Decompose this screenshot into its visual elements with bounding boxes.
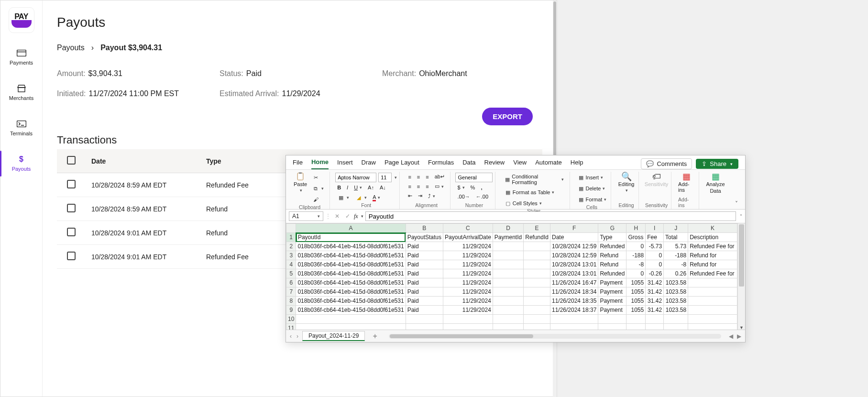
- expand-formula-bar-button[interactable]: ˅: [738, 214, 742, 219]
- cell-K2[interactable]: Refunded Fee for: [688, 242, 737, 251]
- cell-E2[interactable]: [524, 242, 550, 251]
- grid-horizontal-scrollbar[interactable]: [389, 334, 721, 339]
- cell-G3[interactable]: Refund: [598, 251, 626, 260]
- excel-tab-review[interactable]: Review: [484, 159, 505, 169]
- cell-E6[interactable]: [524, 278, 550, 287]
- align-middle-button[interactable]: ≡: [415, 173, 422, 181]
- fx-icon[interactable]: fx: [354, 213, 358, 220]
- cell-G8[interactable]: Payment: [598, 297, 626, 306]
- sidebar-item-terminals[interactable]: Terminals: [0, 117, 43, 139]
- font-color-button[interactable]: A▾: [371, 193, 382, 202]
- col-header-G[interactable]: G: [598, 224, 626, 233]
- add-sheet-button[interactable]: +: [369, 332, 381, 341]
- cell-F11[interactable]: [550, 324, 598, 330]
- cell-C6[interactable]: 11/29/2024: [443, 278, 493, 287]
- sidebar-item-payments[interactable]: Payments: [0, 46, 43, 68]
- cell-B5[interactable]: Paid: [406, 269, 443, 278]
- col-header-F[interactable]: F: [550, 224, 598, 233]
- cell-A9[interactable]: 018b036f-cb64-41eb-415d-08dd0f61e531: [296, 306, 406, 315]
- align-bottom-button[interactable]: ≡: [424, 173, 430, 181]
- cell-B4[interactable]: Paid: [406, 260, 443, 269]
- number-format-select[interactable]: [455, 173, 493, 182]
- col-header-C[interactable]: C: [443, 224, 493, 233]
- excel-tab-automate[interactable]: Automate: [535, 159, 562, 169]
- align-top-button[interactable]: ≡: [406, 173, 413, 181]
- cell-K9[interactable]: [688, 306, 737, 315]
- col-header-E[interactable]: E: [524, 224, 550, 233]
- cell-H9[interactable]: 1055: [626, 306, 646, 315]
- cell-J5[interactable]: 0.26: [664, 269, 688, 278]
- cell-I1[interactable]: Fee: [646, 233, 664, 242]
- font-size-select[interactable]: [378, 173, 392, 182]
- delete-cells-button[interactable]: ▦Delete▾: [575, 184, 607, 193]
- cell-F5[interactable]: 10/28/2024 13:01: [550, 269, 598, 278]
- scroll-right-icon[interactable]: ▶: [737, 333, 741, 340]
- currency-button[interactable]: $▾: [455, 184, 466, 191]
- cell-K1[interactable]: Description: [688, 233, 737, 242]
- cell-F1[interactable]: Date: [550, 233, 598, 242]
- sidebar-item-merchants[interactable]: Merchants: [0, 82, 43, 104]
- excel-tab-insert[interactable]: Insert: [337, 159, 353, 169]
- cell-K11[interactable]: [688, 324, 737, 330]
- borders-button[interactable]: ▦▾: [335, 193, 351, 202]
- italic-button[interactable]: I: [345, 184, 350, 191]
- cell-B8[interactable]: Paid: [406, 297, 443, 306]
- cell-B9[interactable]: Paid: [406, 306, 443, 315]
- scroll-down-icon[interactable]: ▼: [738, 325, 745, 330]
- row-header-1[interactable]: 1: [286, 233, 296, 242]
- increase-font-button[interactable]: A↑: [366, 184, 376, 191]
- cell-D9[interactable]: [493, 306, 523, 315]
- checkbox-icon[interactable]: [67, 180, 76, 188]
- cell-J6[interactable]: 1023.58: [664, 278, 688, 287]
- excel-tab-draw[interactable]: Draw: [362, 159, 376, 169]
- cell-C7[interactable]: 11/29/2024: [443, 287, 493, 297]
- cell-C3[interactable]: 11/29/2024: [443, 251, 493, 260]
- excel-tab-view[interactable]: View: [513, 159, 527, 169]
- cancel-formula-button[interactable]: ✕: [333, 213, 341, 220]
- align-left-button[interactable]: ≡: [406, 183, 413, 190]
- cell-I4[interactable]: 0: [646, 260, 664, 269]
- cell-I2[interactable]: -5.73: [646, 242, 664, 251]
- cell-J3[interactable]: -188: [664, 251, 688, 260]
- row-header-11[interactable]: 11: [286, 324, 296, 330]
- addins-button[interactable]: ▦ Add-ins: [678, 173, 695, 193]
- cell-A10[interactable]: [296, 315, 406, 324]
- cell-H3[interactable]: -188: [626, 251, 646, 260]
- scrollbar-thumb[interactable]: [390, 334, 533, 338]
- col-header-D[interactable]: D: [493, 224, 523, 233]
- cell-H4[interactable]: -8: [626, 260, 646, 269]
- decrease-font-button[interactable]: A↓: [378, 184, 388, 191]
- copy-button[interactable]: ⧉▾: [310, 184, 326, 193]
- col-header-B[interactable]: B: [406, 224, 443, 233]
- cell-D8[interactable]: [493, 297, 523, 306]
- cell-K6[interactable]: [688, 278, 737, 287]
- cell-D11[interactable]: [493, 324, 523, 330]
- cell-H11[interactable]: [626, 324, 646, 330]
- cell-A2[interactable]: 018b036f-cb64-41eb-415d-08dd0f61e531: [296, 242, 406, 251]
- cell-G7[interactable]: Payment: [598, 287, 626, 297]
- cell-D4[interactable]: [493, 260, 523, 269]
- cell-J8[interactable]: 1023.58: [664, 297, 688, 306]
- col-header-H[interactable]: H: [626, 224, 646, 233]
- cell-G10[interactable]: [598, 315, 626, 324]
- col-header-A[interactable]: A: [296, 224, 406, 233]
- cell-K3[interactable]: Refund for: [688, 251, 737, 260]
- cell-K7[interactable]: [688, 287, 737, 297]
- sheet-next-button[interactable]: ›: [297, 333, 298, 340]
- cell-B7[interactable]: Paid: [406, 287, 443, 297]
- row-header-2[interactable]: 2: [286, 242, 296, 251]
- cell-A6[interactable]: 018b036f-cb64-41eb-415d-08dd0f61e531: [296, 278, 406, 287]
- excel-tab-home[interactable]: Home: [311, 158, 329, 169]
- decrease-decimal-button[interactable]: ←.00: [474, 193, 490, 200]
- sheet-tab[interactable]: Payout_2024-11-29: [302, 331, 365, 341]
- scrollbar-thumb[interactable]: [739, 224, 744, 287]
- export-button[interactable]: EXPORT: [482, 108, 533, 125]
- cell-K5[interactable]: Refunded Fee for: [688, 269, 737, 278]
- row-header-5[interactable]: 5: [286, 269, 296, 278]
- increase-indent-button[interactable]: ⇥: [416, 192, 424, 200]
- cell-F4[interactable]: 10/28/2024 13:01: [550, 260, 598, 269]
- cell-J7[interactable]: 1023.58: [664, 287, 688, 297]
- cell-J1[interactable]: Total: [664, 233, 688, 242]
- cell-F2[interactable]: 10/28/2024 12:59: [550, 242, 598, 251]
- merge-button[interactable]: ▭▾: [433, 182, 446, 190]
